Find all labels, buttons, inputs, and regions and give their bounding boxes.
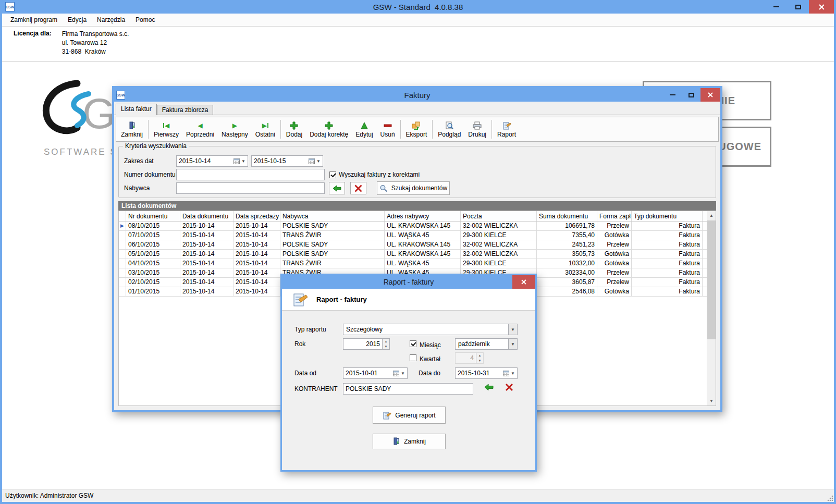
- toolbar-button-nastepny[interactable]: ▶ Następny: [218, 118, 252, 140]
- toolbar-button-dodaj-korekte[interactable]: Dodaj korektę: [306, 118, 352, 140]
- toolbar-button-eksport[interactable]: Eksport: [402, 118, 431, 140]
- dropdown-arrow-icon[interactable]: ▼: [508, 324, 517, 335]
- faktury-maximize-button[interactable]: [682, 88, 700, 102]
- table-row[interactable]: 06/10/20152015-10-142015-10-14POLSKIE SA…: [119, 240, 707, 250]
- table-row[interactable]: 04/10/20152015-10-142015-10-14TRANS ŻWIR…: [119, 259, 707, 268]
- table-vertical-scrollbar[interactable]: ▲ ▼: [707, 211, 716, 405]
- toolbar-button-poprzedni[interactable]: ◀ Poprzedni: [182, 118, 218, 140]
- report-dialog-title: Raport - faktury: [384, 278, 434, 286]
- month-checkbox[interactable]: [410, 340, 416, 347]
- table-cell: POLSKIE SADY: [280, 240, 385, 249]
- contractor-input[interactable]: POLSKIE SADY: [343, 383, 473, 395]
- scroll-down-icon[interactable]: ▼: [707, 397, 716, 405]
- menu-zamknij-program[interactable]: Zamknij program: [5, 15, 63, 25]
- resize-grip[interactable]: [827, 495, 833, 501]
- column-header[interactable]: Poczta: [461, 211, 537, 221]
- row-gutter: [119, 250, 126, 259]
- dropdown-arrow-icon[interactable]: ▼: [508, 339, 517, 349]
- statusbar: Użytkownik: Administrator GSW: [2, 489, 834, 502]
- spin-down-icon[interactable]: ▼: [383, 344, 389, 349]
- document-number-input[interactable]: [176, 169, 325, 180]
- search-documents-button[interactable]: Szukaj dokumentów: [377, 181, 450, 195]
- buyer-pick-button[interactable]: [329, 182, 345, 194]
- toolbar-button-edytuj[interactable]: Edytuj: [352, 118, 376, 140]
- column-header[interactable]: Adres nabywcy: [385, 211, 461, 221]
- toolbar-button-raport[interactable]: Raport: [494, 118, 520, 140]
- scroll-up-icon[interactable]: ▲: [707, 211, 716, 220]
- corrections-checkbox[interactable]: [329, 171, 336, 178]
- table-row[interactable]: 05/10/20152015-10-142015-10-14POLSKIE SA…: [119, 250, 707, 259]
- close-button[interactable]: [809, 0, 834, 14]
- status-user: Użytkownik: Administrator GSW: [5, 492, 93, 499]
- report-type-select[interactable]: Szczegółowy ▼: [343, 324, 518, 335]
- menubar: Zamknij program Edycja Narzędzia Pomoc: [2, 14, 834, 27]
- table-cell: 2015-10-14: [233, 240, 280, 249]
- maximize-icon: [795, 5, 801, 9]
- table-cell: 3605,87: [537, 278, 597, 287]
- quarter-checkbox[interactable]: [410, 354, 416, 361]
- last-record-icon: ▶: [262, 121, 268, 130]
- column-header[interactable]: Suma dokumentu: [537, 211, 597, 221]
- column-header[interactable]: Data sprzedaży: [233, 211, 280, 221]
- table-cell: 2015-10-14: [180, 287, 233, 296]
- dropdown-arrow-icon[interactable]: ▼: [240, 159, 245, 164]
- buyer-clear-button[interactable]: [350, 182, 366, 194]
- month-select[interactable]: październik ▼: [455, 338, 518, 350]
- toolbar-button-dodaj[interactable]: Dodaj: [282, 118, 306, 140]
- dropdown-arrow-icon[interactable]: ▼: [509, 371, 515, 376]
- dialog-close-action-button[interactable]: Zamknij: [373, 434, 446, 449]
- toolbar-button-ostatni[interactable]: ▶ Ostatni: [252, 118, 279, 140]
- date-to-input[interactable]: 2015-10-15 ▼: [251, 155, 323, 167]
- minimize-button[interactable]: [765, 0, 787, 14]
- scroll-track[interactable]: [707, 220, 716, 397]
- table-header-row: Nr dokumentuData dokumentuData sprzedaży…: [119, 211, 707, 222]
- report-dialog-close-button[interactable]: [512, 275, 535, 289]
- column-header[interactable]: Nabywca: [280, 211, 385, 221]
- toolbar-button-usun[interactable]: Usuń: [377, 118, 399, 140]
- report-type-value: Szczegółowy: [343, 326, 508, 333]
- contractor-clear-button[interactable]: [505, 383, 513, 391]
- tab-faktura-zbiorcza[interactable]: Faktura zbiorcza: [157, 105, 214, 115]
- spin-up-icon[interactable]: ▲: [383, 339, 389, 344]
- column-header[interactable]: Typ dokumentu: [632, 211, 703, 221]
- report-date-to-input[interactable]: 2015-10-31 ▼: [455, 367, 518, 379]
- faktury-close-button[interactable]: [700, 88, 720, 102]
- report-date-from-input[interactable]: 2015-10-01 ▼: [343, 367, 408, 379]
- table-cell: UL. WĄSKA 45: [385, 231, 461, 240]
- table-row[interactable]: ▶08/10/20152015-10-142015-10-14POLSKIE S…: [119, 222, 707, 231]
- year-spinner[interactable]: 2015 ▲▼: [343, 338, 390, 350]
- column-header[interactable]: Nr dokumentu: [126, 211, 180, 221]
- faktury-tabs: Lista faktur Faktura zbiorcza: [114, 102, 720, 115]
- column-header[interactable]: Forma zapłaty: [597, 211, 632, 221]
- license-label: Licencja dla:: [14, 30, 52, 56]
- table-row[interactable]: 07/10/20152015-10-142015-10-14TRANS ŻWIR…: [119, 231, 707, 240]
- buyer-input[interactable]: [176, 182, 325, 194]
- close-icon: [521, 279, 527, 285]
- toolbar-label: Usuń: [380, 131, 395, 138]
- main-window-title: GSW - Standard 4.0.8.38: [2, 3, 834, 11]
- tab-lista-faktur[interactable]: Lista faktur: [116, 104, 157, 115]
- dropdown-arrow-icon[interactable]: ▼: [399, 371, 405, 376]
- date-from-input[interactable]: 2015-10-14 ▼: [176, 155, 248, 167]
- toolbar-button-drukuj[interactable]: Drukuj: [464, 118, 490, 140]
- faktury-minimize-button[interactable]: [663, 88, 682, 102]
- spin-down-icon[interactable]: ▼: [476, 358, 483, 363]
- scroll-thumb[interactable]: [707, 220, 716, 339]
- spin-up-icon[interactable]: ▲: [476, 353, 483, 358]
- dropdown-arrow-icon[interactable]: ▼: [315, 159, 321, 164]
- maximize-button[interactable]: [787, 0, 809, 14]
- toolbar-button-podglad[interactable]: Podgląd: [434, 118, 464, 140]
- column-header[interactable]: Data dokumentu: [180, 211, 233, 221]
- menu-pomoc[interactable]: Pomoc: [130, 15, 160, 25]
- contractor-pick-button[interactable]: [484, 384, 494, 391]
- report-dialog-header: Raport - faktury: [282, 289, 535, 311]
- menu-narzedzia[interactable]: Narzędzia: [92, 15, 130, 25]
- menu-edycja[interactable]: Edycja: [63, 15, 92, 25]
- toolbar-button-zamknij[interactable]: Zamknij: [117, 118, 146, 140]
- next-record-icon: ▶: [232, 121, 237, 130]
- toolbar-button-pierwszy[interactable]: ◀ Pierwszy: [150, 118, 182, 140]
- quarter-spinner[interactable]: 4 ▲▼: [455, 352, 484, 364]
- license-panel: Licencja dla: Firma Transportowa s.c. ul…: [2, 27, 834, 62]
- row-gutter: [119, 259, 126, 268]
- generate-report-button[interactable]: Generuj raport: [373, 407, 446, 424]
